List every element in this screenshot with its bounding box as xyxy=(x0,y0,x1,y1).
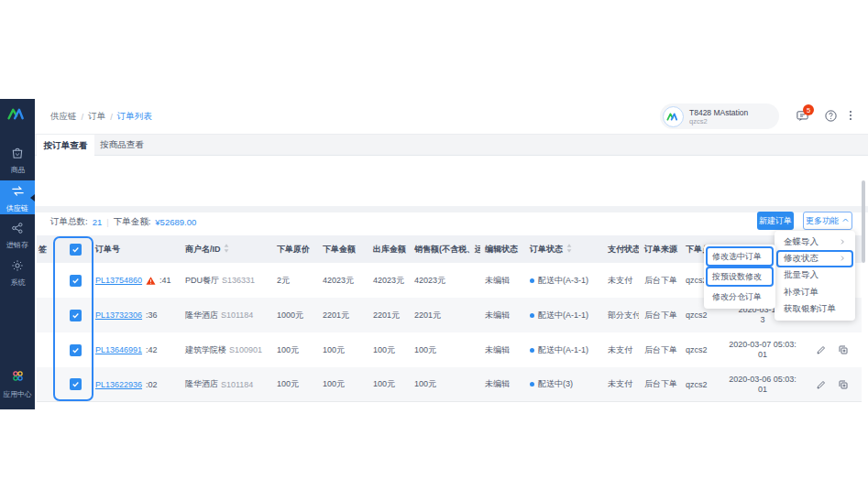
merchant-id: S100901 xyxy=(229,345,262,354)
column-header-4[interactable]: 商户名/ID xyxy=(181,235,275,263)
column-header-2 xyxy=(57,235,93,263)
cell-sales-amount: 100元 xyxy=(407,332,480,367)
menu-item[interactable]: 金蝶导入 xyxy=(776,234,853,250)
delete-icon[interactable] xyxy=(860,344,862,355)
column-header-6[interactable]: 下单金额 xyxy=(310,235,359,263)
cell-pay-status: 未支付 xyxy=(596,367,639,401)
supply-chain-icon xyxy=(10,183,26,202)
sidebar-item-supply-chain[interactable]: 供应链 xyxy=(0,180,35,214)
cell-pay-status: 未支付 xyxy=(596,332,639,367)
merchant-id: S136331 xyxy=(222,276,255,285)
status-dot-icon xyxy=(530,313,534,318)
order-number-link[interactable]: PL13754860 xyxy=(95,276,142,285)
order-number-link[interactable]: PL13622936 xyxy=(95,380,142,389)
more-options-button[interactable] xyxy=(842,109,859,125)
inventory-icon xyxy=(10,221,25,239)
column-header-label: 订单状态 xyxy=(530,244,563,256)
sidebar-item-label: 系统 xyxy=(10,278,25,287)
page: 商品供应链进销存系统 应用中心 供应链 / 订单 / 订单列表 xyxy=(0,0,868,501)
cell-order-status: 配送中(A-1-1) xyxy=(519,332,596,367)
cell-operator: qzcs2 xyxy=(678,367,715,401)
column-header-label: 下单金额 xyxy=(323,244,356,256)
status-dot-icon xyxy=(530,382,534,387)
menu-item[interactable]: 修改状态 xyxy=(776,250,853,267)
cell-order-no: PL13622936:02 xyxy=(93,367,181,401)
submenu-item-label: 修改分仓订单 xyxy=(712,291,762,303)
kebab-menu-icon xyxy=(844,109,857,125)
submenu-item[interactable]: 修改选中订单 xyxy=(706,246,774,267)
sidebar-item-goods[interactable]: 商品 xyxy=(0,143,35,177)
cell-edit-status: 未编辑 xyxy=(480,263,519,298)
modify-status-submenu: 修改选中订单按预设数修改修改分仓订单 xyxy=(704,245,775,309)
new-order-button[interactable]: 新建订单 xyxy=(757,212,794,230)
merchant-id: S101184 xyxy=(221,380,253,389)
column-header-label: 签 xyxy=(38,244,47,256)
cell-last-op-time: 2020-03-07 05:03:01 xyxy=(715,332,810,367)
order-time-fragment: :42 xyxy=(146,345,158,354)
breadcrumb-supply-chain[interactable]: 供应链 xyxy=(50,111,77,123)
more-functions-menu: 金蝶导入修改状态批量导入补录订单获取银豹订单 xyxy=(775,231,855,321)
submenu-item-label: 按预设数修改 xyxy=(712,271,762,283)
cell-original-price: 100元 xyxy=(275,367,310,401)
cell-merchant: PDU餐厅S136331 xyxy=(181,263,275,298)
cell-order-status: 配送中(3) xyxy=(519,367,596,401)
order-time-fragment: :36 xyxy=(146,310,158,320)
sidebar-item-inventory[interactable]: 进销存 xyxy=(0,218,35,252)
sort-icon[interactable] xyxy=(566,244,572,255)
row-checkbox[interactable] xyxy=(70,275,82,287)
breadcrumb: 供应链 / 订单 / 订单列表 xyxy=(50,99,152,135)
select-all-checkbox[interactable] xyxy=(70,244,82,256)
help-icon xyxy=(824,109,838,126)
delete-icon[interactable] xyxy=(860,379,862,390)
sidebar-item-system[interactable]: 系统 xyxy=(0,256,35,289)
menu-item-label: 批量导入 xyxy=(784,269,819,281)
cell-edit-status: 未编辑 xyxy=(480,332,519,367)
row-checkbox[interactable] xyxy=(70,378,82,390)
view-tabs: 按订单查看 按商品查看 xyxy=(35,135,868,156)
cell-operator: qzcs2 xyxy=(678,332,715,367)
edit-icon[interactable] xyxy=(816,344,827,355)
more-functions-label: 更多功能 xyxy=(806,215,839,227)
tab-by-order[interactable]: 按订单查看 xyxy=(37,135,94,157)
menu-item[interactable]: 获取银豹订单 xyxy=(776,301,853,318)
menu-item[interactable]: 补录订单 xyxy=(776,284,853,300)
chevron-up-icon xyxy=(841,216,850,226)
sort-icon[interactable] xyxy=(224,244,229,255)
cell-order-status: 配送中(A-3-1) xyxy=(519,263,596,298)
cell-checkbox xyxy=(57,263,93,298)
tab-by-product[interactable]: 按商品查看 xyxy=(94,135,149,156)
vertical-scrollbar-thumb[interactable] xyxy=(862,180,865,263)
cell-order-amount: 42023元 xyxy=(310,263,359,298)
help-button[interactable] xyxy=(822,109,839,125)
copy-icon[interactable] xyxy=(838,379,849,390)
submenu-item[interactable]: 按预设数修改 xyxy=(706,267,774,287)
copy-icon[interactable] xyxy=(838,344,849,355)
merchant-name: 隆华酒店 xyxy=(185,310,218,321)
order-number-link[interactable]: PL13646991 xyxy=(95,345,142,354)
menu-item[interactable]: 批量导入 xyxy=(776,267,853,284)
user-menu[interactable]: T8428 MAstation qzcs2 xyxy=(660,103,779,129)
menu-item-label: 金蝶导入 xyxy=(784,236,819,248)
cell-checkbox xyxy=(57,367,93,401)
column-header-12: 订单来源 xyxy=(639,235,678,263)
order-number-link[interactable]: PL13732306 xyxy=(95,310,142,320)
cell-order-status: 配送中(A-1-1) xyxy=(519,298,596,332)
more-functions-button[interactable]: 更多功能 xyxy=(803,212,852,230)
sidebar-item-app-center[interactable]: 应用中心 xyxy=(0,365,35,402)
submenu-item[interactable]: 修改分仓订单 xyxy=(706,287,774,307)
cell-merchant: 建筑学院楼S100901 xyxy=(181,332,275,367)
topbar: 供应链 / 订单 / 订单列表 T8428 MAstation qzcs2 5 xyxy=(35,99,868,135)
cell-sales-amount: 100元 xyxy=(407,367,480,401)
cell-outbound-amount: 42023元 xyxy=(359,263,407,298)
order-status-text: 配送中(3) xyxy=(538,378,573,390)
column-header-10[interactable]: 订单状态 xyxy=(519,235,596,263)
edit-icon[interactable] xyxy=(816,379,827,390)
cell-source: 后台下单 xyxy=(639,263,678,298)
row-checkbox[interactable] xyxy=(70,344,82,356)
app-window: 商品供应链进销存系统 应用中心 供应链 / 订单 / 订单列表 xyxy=(0,99,868,409)
row-checkbox[interactable] xyxy=(70,310,82,321)
cell-outbound-amount: 100元 xyxy=(359,367,407,401)
cell-merchant: 隆华酒店S101184 xyxy=(181,298,275,332)
column-header-8: 销售额(不含税、运) xyxy=(407,235,480,263)
breadcrumb-orders[interactable]: 订单 xyxy=(88,111,105,123)
